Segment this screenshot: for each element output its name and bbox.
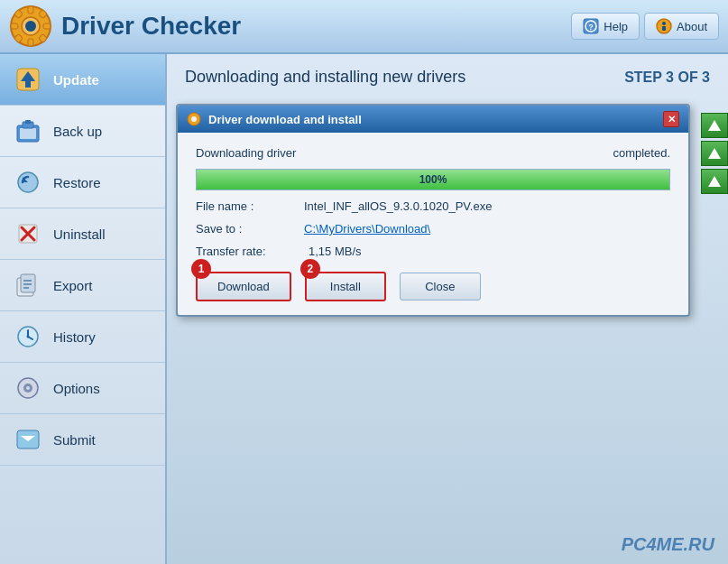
sidebar: Update Back up Restore bbox=[0, 54, 167, 564]
svg-point-46 bbox=[191, 116, 197, 122]
sidebar-item-backup[interactable]: Back up bbox=[0, 106, 165, 157]
header-actions: ? Help About bbox=[571, 13, 719, 40]
sidebar-item-options-label: Options bbox=[53, 381, 100, 396]
filename-label: File name : bbox=[196, 199, 304, 213]
sidebar-item-backup-label: Back up bbox=[53, 124, 102, 139]
backup-icon bbox=[14, 116, 42, 145]
sidebar-item-restore[interactable]: Restore bbox=[0, 157, 165, 208]
sidebar-item-export[interactable]: Export bbox=[0, 260, 165, 311]
right-btn-2[interactable] bbox=[701, 141, 728, 166]
svg-rect-5 bbox=[11, 23, 18, 29]
sidebar-item-update-label: Update bbox=[53, 72, 99, 88]
svg-point-15 bbox=[662, 22, 666, 25]
svg-text:?: ? bbox=[589, 23, 594, 32]
saveto-label: Save to : bbox=[196, 222, 304, 236]
sidebar-item-update[interactable]: Update bbox=[0, 54, 165, 106]
download-btn-wrap: 1 Download bbox=[196, 272, 291, 301]
install-btn-wrap: 2 Install bbox=[305, 272, 386, 301]
sidebar-item-export-label: Export bbox=[53, 278, 92, 293]
history-icon bbox=[14, 322, 42, 351]
logo-area: Driver Checker bbox=[9, 5, 571, 48]
sidebar-item-history[interactable]: History bbox=[0, 311, 165, 363]
dialog-title-icon bbox=[187, 112, 201, 126]
dialog-titlebar: Driver download and install ✕ bbox=[178, 106, 688, 133]
filename-value: Intel_INF_allOS_9.3.0.1020_PV.exe bbox=[304, 199, 492, 213]
submit-icon bbox=[14, 425, 42, 454]
svg-rect-4 bbox=[28, 39, 33, 46]
svg-marker-42 bbox=[708, 120, 721, 131]
dialog-actions: 1 Download 2 Install Close bbox=[196, 272, 670, 301]
content-area: Downloading and installing new drivers S… bbox=[167, 54, 728, 564]
downloading-label: Downloading driver bbox=[196, 146, 304, 160]
downloading-status-row: Downloading driver completed. bbox=[196, 146, 670, 160]
svg-rect-20 bbox=[20, 128, 36, 139]
main-area: Update Back up Restore bbox=[0, 54, 728, 564]
update-icon bbox=[14, 65, 42, 94]
right-btn-3[interactable] bbox=[701, 169, 728, 194]
watermark: PC4ME.RU bbox=[622, 534, 714, 555]
progress-bar-container: 100% bbox=[196, 169, 670, 190]
app-title: Driver Checker bbox=[61, 12, 241, 41]
svg-marker-44 bbox=[708, 176, 721, 187]
gear-logo-icon bbox=[9, 5, 52, 48]
transferrate-row: Transfer rate: 1,15 MB/s bbox=[196, 245, 670, 258]
right-btn-1[interactable] bbox=[701, 113, 728, 138]
dialog-body: Downloading driver completed. 100% File … bbox=[178, 133, 688, 315]
export-icon bbox=[14, 271, 42, 300]
progress-percent-text: 100% bbox=[419, 173, 447, 186]
about-icon bbox=[656, 18, 672, 34]
help-icon: ? bbox=[583, 18, 599, 34]
sidebar-item-history-label: History bbox=[53, 329, 96, 345]
dialog-close-button[interactable]: ✕ bbox=[663, 111, 679, 127]
about-button[interactable]: About bbox=[644, 13, 719, 40]
transferrate-label: Transfer rate: bbox=[196, 245, 304, 258]
transferrate-value: 1,15 MB/s bbox=[309, 245, 362, 258]
sidebar-item-submit[interactable]: Submit bbox=[0, 414, 165, 466]
close-button[interactable]: Close bbox=[400, 273, 481, 300]
saveto-row: Save to : C:\MyDrivers\Download\ bbox=[196, 222, 670, 236]
help-button[interactable]: ? Help bbox=[571, 13, 640, 40]
right-buttons-area bbox=[701, 113, 728, 194]
status-text: completed. bbox=[613, 146, 670, 160]
svg-point-36 bbox=[27, 336, 30, 338]
sidebar-item-uninstall[interactable]: Uninstall bbox=[0, 208, 165, 260]
svg-rect-3 bbox=[28, 6, 33, 14]
options-icon bbox=[14, 374, 42, 402]
app-header: Driver Checker ? Help About bbox=[0, 0, 728, 54]
content-title: Downloading and installing new drivers bbox=[185, 68, 465, 87]
saveto-path: C:\MyDrivers\Download\ bbox=[304, 222, 430, 236]
uninstall-icon bbox=[14, 219, 42, 248]
sidebar-item-restore-label: Restore bbox=[53, 175, 101, 190]
svg-point-2 bbox=[25, 21, 36, 32]
dialog-title-text: Driver download and install bbox=[208, 113, 656, 126]
sidebar-item-uninstall-label: Uninstall bbox=[53, 227, 106, 242]
content-header: Downloading and installing new drivers S… bbox=[185, 68, 710, 87]
filename-row: File name : Intel_INF_allOS_9.3.0.1020_P… bbox=[196, 199, 670, 213]
download-button[interactable]: Download bbox=[196, 272, 291, 301]
svg-marker-43 bbox=[708, 148, 721, 159]
svg-rect-29 bbox=[21, 274, 35, 292]
sidebar-item-options[interactable]: Options bbox=[0, 363, 165, 414]
sidebar-item-submit-label: Submit bbox=[53, 432, 96, 448]
svg-rect-6 bbox=[43, 23, 51, 29]
step-label: STEP 3 OF 3 bbox=[624, 69, 710, 86]
step2-badge: 2 bbox=[300, 259, 320, 279]
download-install-dialog: Driver download and install ✕ Downloadin… bbox=[176, 104, 690, 317]
svg-rect-22 bbox=[25, 120, 31, 124]
svg-point-39 bbox=[26, 386, 30, 390]
svg-rect-16 bbox=[662, 26, 666, 31]
restore-icon bbox=[14, 168, 42, 197]
step1-badge: 1 bbox=[191, 259, 211, 279]
